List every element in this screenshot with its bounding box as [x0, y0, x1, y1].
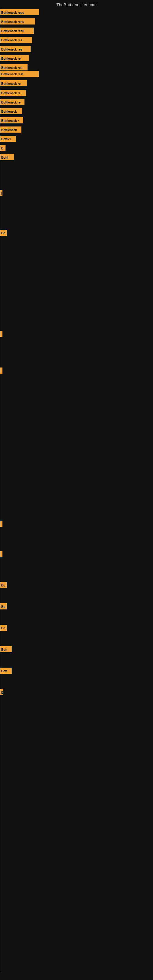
- bar-item-7: Bottleneck rest: [0, 71, 39, 77]
- bar-item-17: |: [0, 190, 2, 196]
- bar-item-4: Bottleneck res: [0, 46, 30, 52]
- bar-item-20: [0, 368, 2, 374]
- bar-item-3: Bottleneck res: [0, 37, 32, 43]
- bar-item-6: Bottleneck res: [0, 64, 27, 70]
- bar-item-25: Bo: [0, 625, 7, 631]
- bar-item-10: Bottleneck re: [0, 99, 24, 105]
- bar-item-19: [0, 331, 2, 337]
- bar-item-2: Bottleneck resu: [0, 27, 33, 34]
- bar-item-13: Bottleneck: [0, 126, 21, 133]
- bar-item-5: Bottleneck re: [0, 55, 29, 61]
- bar-item-22: [0, 551, 2, 557]
- bar-item-8: Bottleneck re: [0, 80, 27, 86]
- bar-item-14: Bottler: [0, 136, 16, 142]
- bar-item-11: Bottleneck: [0, 108, 22, 114]
- bar-item-27: Bott: [0, 668, 12, 674]
- bar-item-12: Bottleneck r: [0, 117, 23, 123]
- bar-item-16: Bottl: [0, 154, 14, 160]
- bar-item-28: B: [0, 689, 3, 695]
- bar-item-18: Bo: [0, 230, 7, 236]
- bar-item-23: Bo: [0, 582, 7, 588]
- axis-line: [0, 8, 0, 972]
- bar-item-1: Bottleneck resu: [0, 18, 35, 24]
- bar-item-21: [0, 520, 2, 527]
- bar-item-15: B: [0, 145, 5, 151]
- bar-item-0: Bottleneck resu: [0, 9, 39, 15]
- bar-item-24: Bo: [0, 603, 7, 609]
- bar-item-9: Bottleneck re: [0, 90, 26, 96]
- bar-item-26: Bott: [0, 646, 12, 652]
